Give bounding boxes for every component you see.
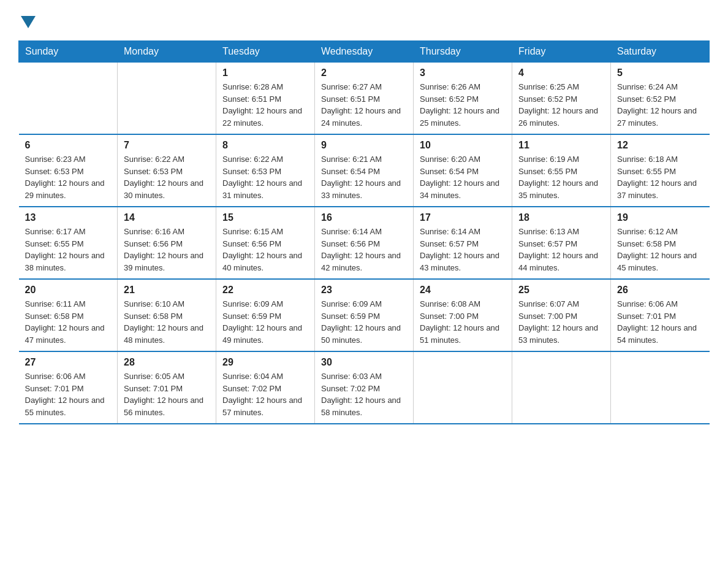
header-monday: Monday: [118, 41, 216, 63]
calendar-week-row: 27Sunrise: 6:06 AM Sunset: 7:01 PM Dayli…: [19, 351, 710, 424]
day-info: Sunrise: 6:28 AM Sunset: 6:51 PM Dayligh…: [222, 81, 308, 129]
day-number: 22: [222, 285, 308, 296]
day-number: 10: [420, 140, 506, 151]
day-info: Sunrise: 6:05 AM Sunset: 7:01 PM Dayligh…: [124, 370, 210, 418]
calendar-cell: 28Sunrise: 6:05 AM Sunset: 7:01 PM Dayli…: [118, 351, 216, 424]
calendar-week-row: 20Sunrise: 6:11 AM Sunset: 6:58 PM Dayli…: [19, 279, 710, 351]
day-info: Sunrise: 6:09 AM Sunset: 6:59 PM Dayligh…: [321, 298, 407, 346]
day-number: 30: [321, 357, 407, 368]
day-info: Sunrise: 6:20 AM Sunset: 6:54 PM Dayligh…: [420, 153, 506, 201]
calendar-cell: 7Sunrise: 6:22 AM Sunset: 6:53 PM Daylig…: [118, 134, 216, 207]
calendar-week-row: 6Sunrise: 6:23 AM Sunset: 6:53 PM Daylig…: [19, 134, 710, 207]
day-info: Sunrise: 6:11 AM Sunset: 6:58 PM Dayligh…: [25, 298, 112, 346]
day-info: Sunrise: 6:25 AM Sunset: 6:52 PM Dayligh…: [518, 81, 604, 129]
calendar-cell: 24Sunrise: 6:08 AM Sunset: 7:00 PM Dayli…: [414, 279, 512, 351]
header-wednesday: Wednesday: [315, 41, 414, 63]
day-number: 6: [25, 140, 112, 151]
calendar-cell: 6Sunrise: 6:23 AM Sunset: 6:53 PM Daylig…: [19, 134, 118, 207]
day-number: 18: [518, 212, 604, 223]
day-info: Sunrise: 6:08 AM Sunset: 7:00 PM Dayligh…: [420, 298, 506, 346]
day-number: 20: [25, 285, 112, 296]
calendar-cell: 23Sunrise: 6:09 AM Sunset: 6:59 PM Dayli…: [315, 279, 414, 351]
day-number: 19: [617, 212, 703, 223]
day-info: Sunrise: 6:16 AM Sunset: 6:56 PM Dayligh…: [124, 226, 210, 274]
calendar-cell: [414, 351, 512, 424]
day-info: Sunrise: 6:15 AM Sunset: 6:56 PM Dayligh…: [222, 226, 308, 274]
calendar-cell: 19Sunrise: 6:12 AM Sunset: 6:58 PM Dayli…: [611, 207, 710, 279]
day-number: 23: [321, 285, 407, 296]
calendar-cell: 30Sunrise: 6:03 AM Sunset: 7:02 PM Dayli…: [315, 351, 414, 424]
header-sunday: Sunday: [19, 41, 118, 63]
header-saturday: Saturday: [611, 41, 710, 63]
day-number: 7: [124, 140, 210, 151]
day-info: Sunrise: 6:24 AM Sunset: 6:52 PM Dayligh…: [617, 81, 703, 129]
calendar-cell: [512, 351, 611, 424]
calendar-cell: 22Sunrise: 6:09 AM Sunset: 6:59 PM Dayli…: [216, 279, 315, 351]
calendar-table: SundayMondayTuesdayWednesdayThursdayFrid…: [18, 40, 710, 424]
calendar-cell: 29Sunrise: 6:04 AM Sunset: 7:02 PM Dayli…: [216, 351, 315, 424]
day-number: 25: [518, 285, 604, 296]
day-number: 21: [124, 285, 210, 296]
day-number: 8: [222, 140, 308, 151]
calendar-cell: 17Sunrise: 6:14 AM Sunset: 6:57 PM Dayli…: [414, 207, 512, 279]
day-info: Sunrise: 6:06 AM Sunset: 7:01 PM Dayligh…: [617, 298, 703, 346]
day-info: Sunrise: 6:13 AM Sunset: 6:57 PM Dayligh…: [518, 226, 604, 274]
day-number: 11: [518, 140, 604, 151]
calendar-cell: [118, 63, 216, 135]
calendar-cell: 8Sunrise: 6:22 AM Sunset: 6:53 PM Daylig…: [216, 134, 315, 207]
day-number: 28: [124, 357, 210, 368]
calendar-cell: 1Sunrise: 6:28 AM Sunset: 6:51 PM Daylig…: [216, 63, 315, 135]
calendar-week-row: 13Sunrise: 6:17 AM Sunset: 6:55 PM Dayli…: [19, 207, 710, 279]
header-thursday: Thursday: [414, 41, 512, 63]
day-info: Sunrise: 6:17 AM Sunset: 6:55 PM Dayligh…: [25, 226, 112, 274]
day-info: Sunrise: 6:26 AM Sunset: 6:52 PM Dayligh…: [420, 81, 506, 129]
day-info: Sunrise: 6:09 AM Sunset: 6:59 PM Dayligh…: [222, 298, 308, 346]
day-info: Sunrise: 6:10 AM Sunset: 6:58 PM Dayligh…: [124, 298, 210, 346]
calendar-cell: [611, 351, 710, 424]
calendar-header-row: SundayMondayTuesdayWednesdayThursdayFrid…: [19, 41, 710, 63]
calendar-cell: 16Sunrise: 6:14 AM Sunset: 6:56 PM Dayli…: [315, 207, 414, 279]
day-info: Sunrise: 6:19 AM Sunset: 6:55 PM Dayligh…: [518, 153, 604, 201]
day-info: Sunrise: 6:27 AM Sunset: 6:51 PM Dayligh…: [321, 81, 407, 129]
day-info: Sunrise: 6:22 AM Sunset: 6:53 PM Dayligh…: [222, 153, 308, 201]
day-number: 12: [617, 140, 703, 151]
day-number: 15: [222, 212, 308, 223]
day-number: 26: [617, 285, 703, 296]
day-info: Sunrise: 6:07 AM Sunset: 7:00 PM Dayligh…: [518, 298, 604, 346]
day-info: Sunrise: 6:22 AM Sunset: 6:53 PM Dayligh…: [124, 153, 210, 201]
page-header: [18, 12, 710, 28]
header-tuesday: Tuesday: [216, 41, 315, 63]
day-info: Sunrise: 6:23 AM Sunset: 6:53 PM Dayligh…: [25, 153, 112, 201]
calendar-cell: 26Sunrise: 6:06 AM Sunset: 7:01 PM Dayli…: [611, 279, 710, 351]
day-number: 24: [420, 285, 506, 296]
day-info: Sunrise: 6:06 AM Sunset: 7:01 PM Dayligh…: [25, 370, 112, 418]
day-info: Sunrise: 6:21 AM Sunset: 6:54 PM Dayligh…: [321, 153, 407, 201]
calendar-cell: 4Sunrise: 6:25 AM Sunset: 6:52 PM Daylig…: [512, 63, 611, 135]
calendar-cell: 21Sunrise: 6:10 AM Sunset: 6:58 PM Dayli…: [118, 279, 216, 351]
calendar-cell: 5Sunrise: 6:24 AM Sunset: 6:52 PM Daylig…: [611, 63, 710, 135]
day-info: Sunrise: 6:14 AM Sunset: 6:56 PM Dayligh…: [321, 226, 407, 274]
header-friday: Friday: [512, 41, 611, 63]
day-number: 1: [222, 67, 308, 79]
day-number: 3: [420, 67, 506, 79]
calendar-cell: 9Sunrise: 6:21 AM Sunset: 6:54 PM Daylig…: [315, 134, 414, 207]
day-info: Sunrise: 6:03 AM Sunset: 7:02 PM Dayligh…: [321, 370, 407, 418]
day-info: Sunrise: 6:12 AM Sunset: 6:58 PM Dayligh…: [617, 226, 703, 274]
day-number: 27: [25, 357, 112, 368]
day-number: 5: [617, 67, 703, 79]
calendar-cell: 11Sunrise: 6:19 AM Sunset: 6:55 PM Dayli…: [512, 134, 611, 207]
calendar-cell: 15Sunrise: 6:15 AM Sunset: 6:56 PM Dayli…: [216, 207, 315, 279]
day-number: 16: [321, 212, 407, 223]
day-number: 13: [25, 212, 112, 223]
calendar-cell: 2Sunrise: 6:27 AM Sunset: 6:51 PM Daylig…: [315, 63, 414, 135]
day-number: 14: [124, 212, 210, 223]
calendar-cell: 13Sunrise: 6:17 AM Sunset: 6:55 PM Dayli…: [19, 207, 118, 279]
calendar-cell: 20Sunrise: 6:11 AM Sunset: 6:58 PM Dayli…: [19, 279, 118, 351]
day-number: 4: [518, 67, 604, 79]
calendar-cell: 12Sunrise: 6:18 AM Sunset: 6:55 PM Dayli…: [611, 134, 710, 207]
day-info: Sunrise: 6:04 AM Sunset: 7:02 PM Dayligh…: [222, 370, 308, 418]
day-info: Sunrise: 6:14 AM Sunset: 6:57 PM Dayligh…: [420, 226, 506, 274]
logo-triangle-icon: [21, 16, 36, 28]
calendar-cell: 3Sunrise: 6:26 AM Sunset: 6:52 PM Daylig…: [414, 63, 512, 135]
day-number: 9: [321, 140, 407, 151]
